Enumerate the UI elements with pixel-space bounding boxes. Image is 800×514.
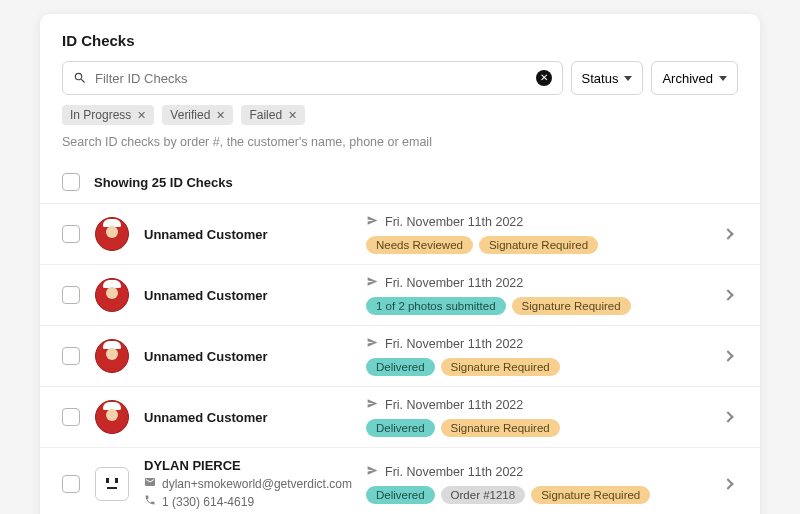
date-text: Fri. November 11th 2022 xyxy=(385,337,523,351)
envelope-icon xyxy=(144,476,156,491)
send-icon xyxy=(366,214,379,230)
result-count: Showing 25 ID Checks xyxy=(94,175,233,190)
avatar xyxy=(95,400,129,434)
date-line: Fri. November 11th 2022 xyxy=(366,214,706,230)
date-text: Fri. November 11th 2022 xyxy=(385,398,523,412)
list-item[interactable]: Unnamed CustomerFri. November 11th 20221… xyxy=(40,265,760,326)
search-hint: Search ID checks by order #, the custome… xyxy=(62,135,738,149)
customer-name: Unnamed Customer xyxy=(144,227,354,242)
filter-chip-label: Verified xyxy=(170,108,210,122)
status-badge: Order #1218 xyxy=(441,486,526,504)
customer-email-line: dylan+smokeworld@getverdict.com xyxy=(144,476,354,491)
send-icon xyxy=(366,275,379,291)
row-checkbox[interactable] xyxy=(62,225,80,243)
archived-dropdown-label: Archived xyxy=(662,71,713,86)
list-item[interactable]: Unnamed CustomerFri. November 11th 2022D… xyxy=(40,326,760,387)
list-item[interactable]: DYLAN PIERCEdylan+smokeworld@getverdict.… xyxy=(40,448,760,514)
remove-filter-icon[interactable]: ✕ xyxy=(216,109,225,122)
status-tags: DeliveredOrder #1218Signature Required xyxy=(366,486,706,504)
caret-down-icon xyxy=(719,76,727,81)
chevron-right-icon[interactable] xyxy=(722,478,733,489)
clear-search-icon[interactable]: ✕ xyxy=(536,70,552,86)
row-checkbox[interactable] xyxy=(62,286,80,304)
archived-dropdown[interactable]: Archived xyxy=(651,61,738,95)
chevron-right-icon[interactable] xyxy=(722,289,733,300)
chevron-right-icon[interactable] xyxy=(722,228,733,239)
list-item[interactable]: Unnamed CustomerFri. November 11th 2022D… xyxy=(40,387,760,448)
filter-chip[interactable]: Verified ✕ xyxy=(162,105,233,125)
status-badge: Delivered xyxy=(366,419,435,437)
filter-chip-label: Failed xyxy=(249,108,282,122)
status-tags: Needs ReviewedSignature Required xyxy=(366,236,706,254)
status-badge: Needs Reviewed xyxy=(366,236,473,254)
avatar xyxy=(95,278,129,312)
search-input[interactable] xyxy=(95,71,536,86)
customer-name: Unnamed Customer xyxy=(144,410,354,425)
avatar xyxy=(95,217,129,251)
row-checkbox[interactable] xyxy=(62,347,80,365)
page-title: ID Checks xyxy=(62,32,738,49)
status-badge: Delivered xyxy=(366,486,435,504)
customer-email: dylan+smokeworld@getverdict.com xyxy=(162,477,352,491)
chevron-right-icon[interactable] xyxy=(722,350,733,361)
id-checks-panel: ID Checks ✕ Status Archived In Progress … xyxy=(40,14,760,514)
list-item[interactable]: Unnamed CustomerFri. November 11th 2022N… xyxy=(40,204,760,265)
filter-chip-label: In Progress xyxy=(70,108,131,122)
date-line: Fri. November 11th 2022 xyxy=(366,397,706,413)
remove-filter-icon[interactable]: ✕ xyxy=(137,109,146,122)
id-checks-list: Unnamed CustomerFri. November 11th 2022N… xyxy=(40,204,760,514)
row-checkbox[interactable] xyxy=(62,475,80,493)
customer-name: Unnamed Customer xyxy=(144,288,354,303)
status-tags: DeliveredSignature Required xyxy=(366,419,706,437)
avatar xyxy=(95,339,129,373)
date-line: Fri. November 11th 2022 xyxy=(366,275,706,291)
search-icon xyxy=(73,71,87,85)
caret-down-icon xyxy=(624,76,632,81)
send-icon xyxy=(366,464,379,480)
date-text: Fri. November 11th 2022 xyxy=(385,215,523,229)
send-icon xyxy=(366,397,379,413)
filter-chip[interactable]: In Progress ✕ xyxy=(62,105,154,125)
customer-name: DYLAN PIERCE xyxy=(144,458,354,473)
status-dropdown-label: Status xyxy=(582,71,619,86)
status-badge: Signature Required xyxy=(441,419,560,437)
date-text: Fri. November 11th 2022 xyxy=(385,276,523,290)
status-tags: 1 of 2 photos submittedSignature Require… xyxy=(366,297,706,315)
filter-chip[interactable]: Failed ✕ xyxy=(241,105,305,125)
status-tags: DeliveredSignature Required xyxy=(366,358,706,376)
status-dropdown[interactable]: Status xyxy=(571,61,644,95)
filter-chips: In Progress ✕ Verified ✕ Failed ✕ xyxy=(62,105,738,125)
status-badge: 1 of 2 photos submitted xyxy=(366,297,506,315)
avatar xyxy=(95,467,129,501)
select-all-checkbox[interactable] xyxy=(62,173,80,191)
status-badge: Signature Required xyxy=(512,297,631,315)
row-checkbox[interactable] xyxy=(62,408,80,426)
date-line: Fri. November 11th 2022 xyxy=(366,464,706,480)
customer-name: Unnamed Customer xyxy=(144,349,354,364)
phone-icon xyxy=(144,494,156,509)
date-line: Fri. November 11th 2022 xyxy=(366,336,706,352)
status-badge: Signature Required xyxy=(479,236,598,254)
status-badge: Delivered xyxy=(366,358,435,376)
chevron-right-icon[interactable] xyxy=(722,411,733,422)
status-badge: Signature Required xyxy=(441,358,560,376)
date-text: Fri. November 11th 2022 xyxy=(385,465,523,479)
customer-phone-line: 1 (330) 614-4619 xyxy=(144,494,354,509)
send-icon xyxy=(366,336,379,352)
search-input-wrap[interactable]: ✕ xyxy=(62,61,563,95)
status-badge: Signature Required xyxy=(531,486,650,504)
customer-phone: 1 (330) 614-4619 xyxy=(162,495,254,509)
remove-filter-icon[interactable]: ✕ xyxy=(288,109,297,122)
